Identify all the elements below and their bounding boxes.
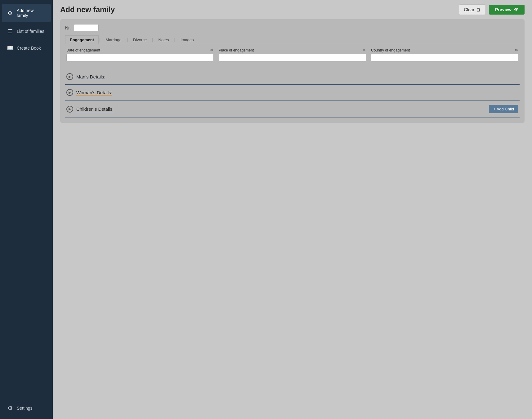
nr-input[interactable]	[74, 24, 99, 31]
page-header: Add new family Clear 🗑 Preview 👁	[53, 0, 532, 19]
sidebar-item-add-new-family[interactable]: ⊕ Add new family	[2, 4, 51, 22]
main-area: Add new family Clear 🗑 Preview 👁 Nr. Eng	[53, 0, 532, 419]
country-engagement-label: Country of engagement	[371, 48, 410, 52]
mans-details-section[interactable]: ▶ Man's Details:	[65, 69, 520, 85]
childrens-details-expand-icon: ▶	[66, 106, 73, 113]
tab-images[interactable]: Images	[176, 35, 199, 44]
tab-notes[interactable]: Notes	[154, 35, 174, 44]
mans-details-expand-icon: ▶	[66, 73, 73, 80]
page-content: Nr. Engagement | Marriage | Divorce | No…	[53, 19, 532, 130]
mans-details-title: Man's Details:	[76, 74, 105, 79]
tab-sep-4: |	[174, 35, 176, 44]
book-icon: 📖	[7, 45, 14, 51]
add-child-label: + Add Child	[493, 107, 514, 111]
sidebar: ⊕ Add new family ☰ List of families 📖 Cr…	[0, 0, 53, 419]
tab-sep-1: |	[99, 35, 101, 44]
country-of-engagement-group: Country of engagement ✏	[371, 48, 518, 61]
page-title: Add new family	[60, 5, 115, 14]
place-engagement-label: Place of engagement	[219, 48, 254, 52]
sidebar-item-label: List of families	[17, 29, 44, 34]
date-of-engagement-group: Date of engagement ✏	[66, 48, 214, 61]
womans-details-expand-icon: ▶	[66, 89, 73, 96]
country-engagement-input[interactable]	[371, 54, 518, 61]
preview-button-label: Preview	[495, 7, 512, 12]
tab-content-engagement: Date of engagement ✏ Place of engagement…	[65, 44, 520, 69]
sidebar-item-create-book[interactable]: 📖 Create Book	[2, 40, 51, 56]
trash-icon: 🗑	[476, 7, 481, 12]
engagement-fields-row: Date of engagement ✏ Place of engagement…	[66, 48, 518, 61]
childrens-details-title: Children's Details:	[76, 106, 114, 112]
tab-divorce[interactable]: Divorce	[128, 35, 151, 44]
sidebar-item-label: Create Book	[17, 46, 41, 51]
sidebar-item-label: Add new family	[17, 8, 46, 18]
date-engagement-label: Date of engagement	[66, 48, 100, 52]
form-card: Nr. Engagement | Marriage | Divorce | No…	[60, 19, 525, 123]
country-engagement-edit-icon[interactable]: ✏	[515, 48, 518, 52]
date-engagement-input[interactable]	[66, 54, 214, 61]
nr-row: Nr.	[65, 24, 520, 31]
settings-icon: ⚙	[7, 405, 14, 412]
add-child-button[interactable]: + Add Child	[489, 105, 518, 113]
add-family-icon: ⊕	[7, 10, 14, 16]
tab-marriage[interactable]: Marriage	[101, 35, 126, 44]
womans-details-title: Woman's Details:	[76, 90, 112, 95]
childrens-details-section[interactable]: ▶ Children's Details: + Add Child	[65, 100, 520, 118]
clear-button[interactable]: Clear 🗑	[459, 4, 486, 15]
date-engagement-edit-icon[interactable]: ✏	[210, 48, 214, 52]
tab-engagement[interactable]: Engagement	[65, 35, 99, 44]
sidebar-footer: ⚙ Settings	[0, 397, 53, 419]
sidebar-nav: ⊕ Add new family ☰ List of families 📖 Cr…	[0, 0, 53, 397]
preview-button[interactable]: Preview 👁	[489, 5, 525, 15]
tabs-bar: Engagement | Marriage | Divorce | Notes …	[65, 35, 520, 44]
place-of-engagement-group: Place of engagement ✏	[219, 48, 366, 61]
header-actions: Clear 🗑 Preview 👁	[459, 4, 525, 15]
sidebar-item-settings[interactable]: ⚙ Settings	[2, 400, 51, 416]
clear-button-label: Clear	[464, 7, 474, 12]
tab-sep-3: |	[151, 35, 154, 44]
nr-label: Nr.	[65, 25, 71, 30]
sidebar-item-list-of-families[interactable]: ☰ List of families	[2, 24, 51, 39]
eye-icon: 👁	[514, 7, 518, 12]
place-engagement-edit-icon[interactable]: ✏	[363, 48, 366, 52]
sidebar-footer-label: Settings	[17, 406, 33, 411]
list-icon: ☰	[7, 28, 14, 35]
place-engagement-input[interactable]	[219, 54, 366, 61]
tab-sep-2: |	[126, 35, 128, 44]
womans-details-section[interactable]: ▶ Woman's Details:	[65, 85, 520, 100]
